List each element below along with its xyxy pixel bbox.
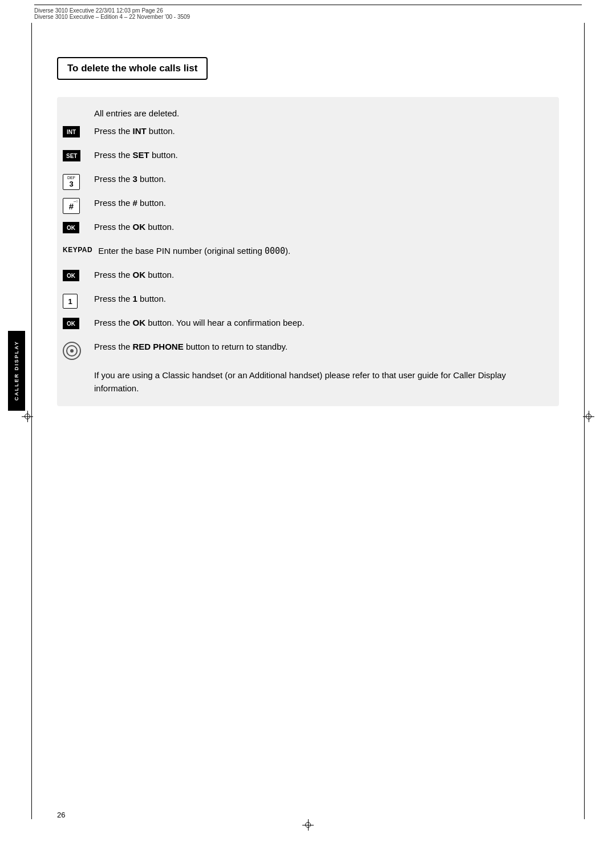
crosshair-left <box>22 411 33 422</box>
hash-text: Press the # button. <box>94 197 548 209</box>
red-phone-text: Press the RED PHONE button to return to … <box>94 341 548 353</box>
ok1-icon: OK <box>63 222 94 233</box>
ok2-text: Press the OK button. <box>94 269 548 281</box>
title-box: To delete the whole calls list <box>57 57 208 80</box>
red-phone-icon <box>63 342 94 360</box>
ok3-text: Press the OK button. You will hear a con… <box>94 317 548 329</box>
keypad-icon: KEYPAD <box>63 246 98 254</box>
step-all-entries: All entries are deleted. <box>63 108 548 118</box>
def3-icon: DEF 3 <box>63 174 94 190</box>
step-one: 1 Press the 1 button. <box>63 293 548 310</box>
main-content: To delete the whole calls list All entri… <box>57 57 559 406</box>
one-text: Press the 1 button. <box>94 293 548 305</box>
one-badge: 1 <box>63 294 78 309</box>
set-text: Press the SET button. <box>94 149 548 161</box>
keypad-label: KEYPAD <box>63 246 92 254</box>
hash-icon: #–○ <box>63 198 94 214</box>
ok1-text: Press the OK button. <box>94 221 548 233</box>
side-tab-text: CALLER DISPLAY <box>14 341 19 400</box>
ok3-icon: OK <box>63 318 94 329</box>
crosshair-right <box>583 411 594 422</box>
step-set: SET Press the SET button. <box>63 149 548 166</box>
phone-inner-circle <box>66 345 78 357</box>
step-ok2: OK Press the OK button. <box>63 269 548 286</box>
crosshair-bottom <box>302 819 314 831</box>
page-header: Diverse 3010 Executive 22/3/01 12:03 pm … <box>34 5 582 20</box>
int-badge: INT <box>63 126 80 137</box>
header-line1: Diverse 3010 Executive 22/3/01 12:03 pm … <box>34 7 582 14</box>
def3-text: Press the 3 button. <box>94 173 548 185</box>
one-icon: 1 <box>63 294 94 309</box>
step-ok1: OK Press the OK button. <box>63 221 548 238</box>
header-line2: Diverse 3010 Executive – Edition 4 – 22 … <box>34 14 582 20</box>
step-keypad: KEYPAD Enter the base PIN number (origin… <box>63 245 548 262</box>
def3-badge: DEF 3 <box>63 174 80 190</box>
set-badge: SET <box>63 150 80 161</box>
step-def3: DEF 3 Press the 3 button. <box>63 173 548 190</box>
page-number: 26 <box>57 811 65 819</box>
steps-area: All entries are deleted. INT Press the I… <box>57 97 559 406</box>
keypad-text: Enter the base PIN number (original sett… <box>98 245 548 257</box>
ok3-badge: OK <box>63 318 79 329</box>
ok2-icon: OK <box>63 270 94 281</box>
hash-badge: #–○ <box>63 198 80 214</box>
set-icon: SET <box>63 150 94 161</box>
int-text: Press the INT button. <box>94 125 548 137</box>
step-int: INT Press the INT button. <box>63 125 548 142</box>
side-tab: CALLER DISPLAY <box>8 331 25 411</box>
page-title: To delete the whole calls list <box>67 63 197 74</box>
note-text: If you are using a Classic handset (or a… <box>63 369 548 395</box>
step-hash: #–○ Press the # button. <box>63 197 548 214</box>
phone-dot <box>70 349 74 353</box>
int-icon: INT <box>63 126 94 137</box>
ok2-badge: OK <box>63 270 79 281</box>
step-red-phone: Press the RED PHONE button to return to … <box>63 341 548 360</box>
ok1-badge: OK <box>63 222 79 233</box>
step-ok3: OK Press the OK button. You will hear a … <box>63 317 548 334</box>
phone-circle <box>63 342 81 360</box>
